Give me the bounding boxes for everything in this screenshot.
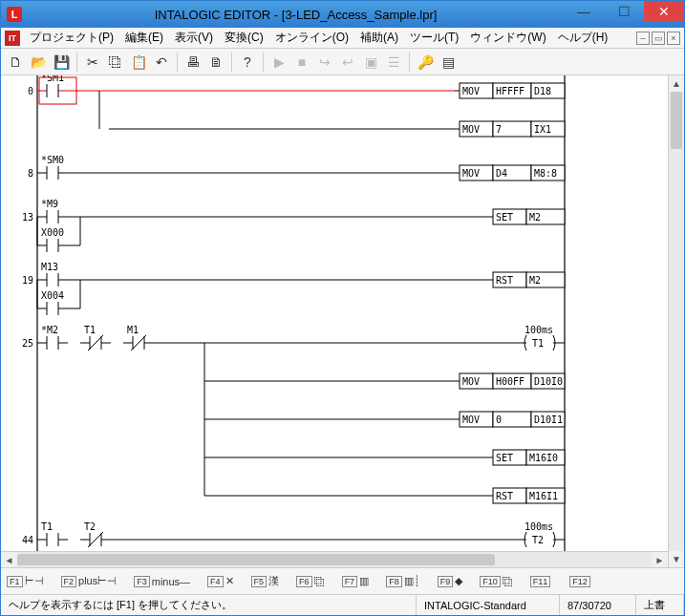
scroll-left-icon[interactable]: ◄ [1, 552, 17, 567]
undo-icon[interactable]: ↶ [151, 52, 172, 73]
scroll-right-icon[interactable]: ► [652, 552, 668, 567]
scrollbar-horizontal[interactable]: ◄ ► [1, 551, 668, 567]
svg-text:T1: T1 [532, 338, 544, 349]
svg-text:44: 44 [22, 535, 33, 545]
svg-text:MOV: MOV [462, 376, 480, 387]
work-area: 0*SM1MOVHFFFFD18MOV7IX18*SM0MOVD4M8:813*… [1, 75, 684, 567]
svg-text:M16I0: M16I0 [529, 453, 558, 463]
menu-item[interactable]: 編集(E) [119, 30, 169, 46]
menu-item[interactable]: ウィンドウ(W) [464, 30, 551, 46]
svg-text:D10I1: D10I1 [534, 414, 563, 425]
svg-text:IX1: IX1 [534, 124, 551, 135]
mdi-restore-icon[interactable]: ▭ [652, 32, 665, 45]
fn-F11[interactable]: F11 [530, 576, 553, 587]
svg-text:MOV: MOV [462, 414, 480, 425]
svg-text:*SM0: *SM0 [41, 155, 64, 165]
maximize-button[interactable]: ☐ [604, 1, 644, 22]
app-logo: IT [5, 31, 20, 46]
titlebar: L INTALOGIC EDITOR - [3-LED_Access_Sampl… [1, 1, 684, 28]
save-icon[interactable]: 💾 [51, 52, 72, 73]
svg-text:8: 8 [28, 168, 33, 179]
fn-F9[interactable]: F9◆ [438, 575, 463, 587]
pane-icon[interactable]: ▤ [438, 52, 459, 73]
svg-text:X004: X004 [41, 290, 64, 301]
svg-text:X000: X000 [41, 227, 64, 238]
svg-text:M2: M2 [529, 212, 541, 223]
monitor-icon: ▣ [360, 52, 381, 73]
open-icon[interactable]: 📂 [28, 52, 49, 73]
scroll-down-icon[interactable]: ▼ [669, 551, 684, 567]
menu-item[interactable]: プロジェクト(P) [24, 30, 119, 46]
svg-text:0: 0 [496, 414, 502, 425]
svg-text:MOV: MOV [462, 86, 480, 96]
svg-text:*M2: *M2 [41, 325, 58, 335]
svg-text:100ms: 100ms [524, 325, 553, 335]
svg-text:RST: RST [496, 275, 513, 286]
svg-text:M1: M1 [127, 325, 139, 335]
status-mode: INTALOGIC-Standard [417, 595, 560, 615]
svg-text:D18: D18 [534, 86, 551, 96]
svg-text:D4: D4 [496, 168, 507, 179]
svg-text:MOV: MOV [462, 168, 480, 179]
copy-icon[interactable]: ⿻ [105, 52, 126, 73]
new-icon[interactable]: 🗋 [5, 52, 26, 73]
menu-item[interactable]: 変換(C) [219, 30, 269, 46]
svg-text:MOV: MOV [462, 124, 480, 135]
svg-text:SET: SET [496, 212, 513, 223]
status-hint: ヘルプを表示するには [F1] を押してください。 [1, 595, 417, 615]
scroll-v-thumb[interactable] [671, 92, 682, 149]
key-icon[interactable]: 🔑 [415, 52, 436, 73]
trace-icon: ☰ [383, 52, 404, 73]
mdi-minimize-icon[interactable]: – [636, 32, 650, 45]
svg-text:M2: M2 [529, 275, 541, 286]
svg-text:D10I0: D10I0 [534, 376, 563, 387]
fn-F5[interactable]: F5漢 [251, 574, 280, 588]
scroll-h-thumb[interactable] [17, 554, 495, 565]
paste-icon[interactable]: 📋 [128, 52, 149, 73]
menu-item[interactable]: 表示(V) [169, 30, 219, 46]
ladder-view[interactable]: 0*SM1MOVHFFFFD18MOV7IX18*SM0MOVD4M8:813*… [1, 75, 668, 567]
svg-text:M13: M13 [41, 262, 58, 272]
scrollbar-vertical[interactable]: ▲ ▼ [668, 75, 684, 567]
fn-F12[interactable]: F12 [569, 576, 592, 587]
status-steps: 87/30720 [560, 595, 636, 615]
svg-text:0: 0 [28, 86, 33, 96]
menu-item[interactable]: ヘルプ(H) [552, 30, 614, 46]
svg-text:*M9: *M9 [41, 199, 58, 209]
print-icon[interactable]: 🖶 [182, 52, 203, 73]
fn-F2[interactable]: F2plus⊢⊣ [61, 575, 118, 587]
scroll-up-icon[interactable]: ▲ [669, 75, 684, 92]
statusbar: ヘルプを表示するには [F1] を押してください。 INTALOGIC-Stan… [1, 594, 684, 615]
minimize-button[interactable]: — [564, 1, 604, 22]
app-icon: L [7, 7, 22, 22]
svg-text:M8:8: M8:8 [534, 168, 557, 179]
svg-text:*SM1: *SM1 [41, 75, 64, 83]
mdi-buttons: – ▭ × [636, 32, 680, 45]
preview-icon[interactable]: 🗎 [205, 52, 226, 73]
menu-item[interactable]: オンライン(O) [269, 30, 354, 46]
svg-text:100ms: 100ms [524, 521, 553, 532]
menu-item[interactable]: 補助(A) [354, 30, 404, 46]
fn-F1[interactable]: F1⊢⊣ [7, 575, 44, 587]
fn-F10[interactable]: F10⿻ [480, 576, 513, 587]
fn-F4[interactable]: F4✕ [207, 575, 234, 587]
svg-text:SET: SET [496, 453, 513, 463]
close-button[interactable]: ✕ [644, 1, 684, 22]
svg-text:T1: T1 [41, 521, 53, 532]
svg-text:7: 7 [496, 124, 502, 135]
fn-F8[interactable]: F8▥┊ [386, 575, 420, 587]
function-key-bar: F1⊢⊣F2plus⊢⊣F3minus—F4✕F5漢F6⿻F7▥F8▥┊F9◆F… [1, 567, 684, 594]
svg-text:25: 25 [22, 338, 33, 349]
fn-F6[interactable]: F6⿻ [296, 576, 325, 587]
fn-F3[interactable]: F3minus— [134, 576, 190, 587]
svg-text:HFFFF: HFFFF [496, 86, 524, 96]
window-title: INTALOGIC EDITOR - [3-LED_Access_Sample.… [28, 8, 564, 22]
svg-text:13: 13 [22, 212, 33, 223]
menu-item[interactable]: ツール(T) [404, 30, 464, 46]
step-icon: ↪ [314, 52, 335, 73]
help-icon[interactable]: ? [237, 52, 258, 73]
toolbar: 🗋📂💾✂⿻📋↶🖶🗎?▶■↪↩▣☰🔑▤ [1, 49, 684, 75]
fn-F7[interactable]: F7▥ [342, 575, 370, 587]
cut-icon[interactable]: ✂ [82, 52, 103, 73]
mdi-close-icon[interactable]: × [667, 32, 680, 45]
